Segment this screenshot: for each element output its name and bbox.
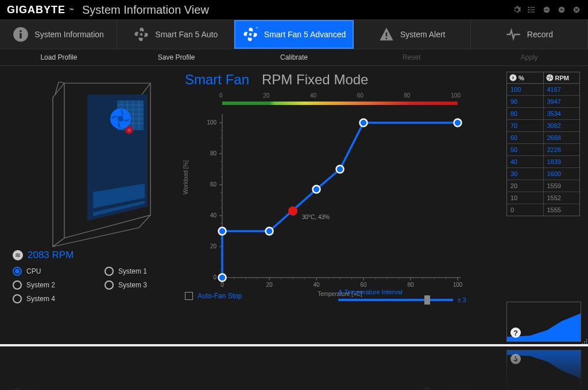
svg-point-93 [219,228,226,235]
table-row[interactable]: 201559 [507,180,579,192]
table-row[interactable]: 01555 [507,204,579,216]
svg-point-103 [549,77,550,78]
svg-point-97 [360,119,368,127]
tab-smart-fan-advanced[interactable]: + Smart Fan 5 Advanced [234,20,353,49]
svg-text:60: 60 [210,181,217,188]
help-icon[interactable]: ? [510,327,521,338]
mini-chart: ? [506,302,581,342]
svg-rect-16 [386,33,387,37]
cell-rpm: 1559 [543,180,580,192]
pulse-icon [505,26,521,42]
svg-text:40: 40 [210,212,217,219]
table-row[interactable]: 401839 [507,156,579,168]
svg-point-4 [528,11,529,12]
svg-text:60: 60 [360,282,367,288]
delta-slider[interactable] [338,299,453,301]
cell-rpm: 1839 [543,156,580,167]
svg-text:20: 20 [266,282,273,288]
tab-smart-fan-auto[interactable]: Smart Fan 5 Auto [117,20,234,49]
table-row[interactable]: 803534 [507,108,579,120]
table-row[interactable]: 101552 [507,192,579,204]
tab-label: Record [527,30,553,39]
subtab-load-profile[interactable]: Load Profile [0,49,118,65]
radio-cpu[interactable]: CPU [13,267,87,276]
fan-selector: CPU System 1 System 2 System 3 System 4 [7,267,179,303]
subtab-save-profile[interactable]: Save Profile [118,49,235,65]
subtab-apply[interactable]: Apply [470,49,588,65]
tab-record[interactable]: Record [471,20,588,49]
radio-system3[interactable]: System 3 [105,280,179,290]
svg-point-106 [584,341,585,342]
main-tabs: System Information Smart Fan 5 Auto + Sm… [0,20,588,49]
brand-text: GIGABYTE [7,4,65,16]
cell-rpm: 2228 [543,144,580,155]
cell-percent: 40 [507,156,543,167]
minimize-icon[interactable] [542,5,551,14]
rpm-table-header: % RPM [507,72,579,84]
svg-point-94 [266,228,273,235]
cell-percent: 80 [507,108,543,119]
table-row[interactable]: 1004167 [507,84,579,96]
tab-label: Smart Fan 5 Advanced [264,30,346,39]
table-row[interactable]: 602668 [507,132,579,144]
app-title: System Information View [82,3,209,17]
cell-percent: 90 [507,96,543,107]
subtab-reset[interactable]: Reset [353,49,470,65]
fan-plus-icon: + [242,26,258,42]
subtab-calibrate[interactable]: Calibrate [235,49,353,65]
checkbox-icon [185,292,193,300]
radio-system4[interactable]: System 4 [13,294,87,303]
rpm-readout: ≋ 2083 RPM [13,249,179,261]
maximize-icon[interactable] [557,5,566,14]
slider-thumb [424,387,430,390]
cell-percent: 60 [507,132,543,143]
fan-curve-chart[interactable]: 020406080100 Workload [%] 02040608010002… [185,91,466,303]
cell-rpm: 1600 [543,168,580,180]
svg-point-95 [313,186,320,193]
delta-value: ± 3 [458,297,466,303]
svg-rect-17 [386,38,387,39]
cell-percent: 0 [507,204,543,216]
svg-point-8 [559,7,565,13]
cell-rpm: 3082 [543,120,580,131]
table-row[interactable]: 703082 [507,120,579,132]
radio-label: System 2 [26,281,55,289]
svg-text:+: + [256,26,258,30]
cell-rpm: 4167 [543,84,580,95]
svg-text:0: 0 [220,282,224,288]
radio-label: System 4 [26,295,55,303]
table-row[interactable]: 502228 [507,144,579,156]
slider-thumb[interactable] [424,295,430,305]
close-icon[interactable] [572,5,581,14]
svg-rect-7 [545,9,549,10]
brand-logo: GIGABYTE™ [7,4,74,16]
radio-system2[interactable]: System 2 [13,280,87,290]
table-row[interactable]: 903947 [507,96,579,108]
chart-title-1: Smart Fan [185,72,249,88]
svg-text:80: 80 [210,150,217,157]
delta-label: Δ-Temperature Interval [338,288,466,295]
window-controls [512,5,581,14]
gear-icon[interactable] [512,5,521,14]
checkbox-label: Auto-Fan Stop [198,292,242,300]
rpm-table: % RPM 1004167903947803534703082602668502… [506,72,580,216]
svg-point-92 [219,274,226,282]
cell-rpm: 1555 [543,204,580,216]
cell-rpm: 3534 [543,108,580,119]
cell-percent: 20 [507,180,543,192]
svg-point-2 [528,9,529,10]
svg-text:100: 100 [207,119,216,126]
tab-system-alert[interactable]: System Alert [354,20,471,49]
svg-point-13 [140,33,143,36]
table-row[interactable]: 301600 [507,168,579,180]
cell-rpm: 3947 [543,96,580,107]
rpm-value: 2083 RPM [28,249,74,261]
svg-text:30°C, 43%: 30°C, 43% [302,214,330,220]
checkbox-auto-fan-stop[interactable]: Auto-Fan Stop [185,292,242,300]
tab-system-information[interactable]: System Information [0,20,117,49]
fan-icon [133,26,149,42]
list-icon[interactable] [527,5,536,14]
svg-point-11 [20,30,22,32]
chart-title: Smart Fan RPM Fixed Mode [185,72,502,88]
radio-system1[interactable]: System 1 [105,267,179,276]
